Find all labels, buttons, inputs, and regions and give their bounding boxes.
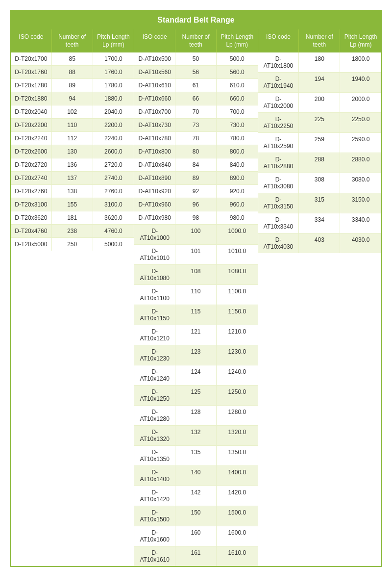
data-cell-1-23-2: 1320.0 — [217, 426, 258, 445]
table-row: D-AT10x80080800.0 — [134, 145, 257, 158]
data-cell-1-29-2: 1610.0 — [217, 546, 258, 566]
table-row: D-AT10x31503153150.0 — [258, 193, 381, 213]
table-row: D-T20x36201813620.0 — [11, 211, 134, 225]
table-row: D-T20x47602384760.0 — [11, 225, 134, 238]
data-cell-0-8-2: 2720.0 — [93, 158, 134, 171]
table-row: D-AT10x50050500.0 — [134, 52, 257, 66]
data-cell-1-0-0: D-AT10x500 — [134, 52, 175, 65]
table-row: D-AT10x16001601600.0 — [134, 526, 257, 546]
data-cell-1-4-2: 700.0 — [217, 105, 258, 118]
data-cell-0-2-2: 1780.0 — [93, 79, 134, 92]
data-cell-1-6-2: 780.0 — [217, 132, 258, 145]
data-cell-1-25-1: 140 — [175, 466, 217, 486]
table-row: D-AT10x13501351350.0 — [134, 446, 257, 466]
data-cell-1-23-0: D-AT10x1320 — [134, 426, 175, 445]
data-cell-0-12-1: 181 — [52, 211, 93, 224]
data-cell-1-2-2: 610.0 — [217, 79, 258, 92]
data-cell-1-29-1: 161 — [175, 546, 217, 566]
data-cell-2-6-2: 3080.0 — [340, 173, 381, 193]
data-cell-1-13-2: 1000.0 — [217, 225, 258, 244]
data-cell-1-12-1: 98 — [175, 211, 217, 224]
data-cell-1-4-1: 70 — [175, 105, 217, 118]
table-row: D-AT10x12301231230.0 — [134, 345, 257, 365]
table-row: D-AT10x28802882880.0 — [258, 153, 381, 173]
data-cell-2-5-1: 288 — [299, 153, 340, 173]
table-row: D-AT10x89089890.0 — [134, 172, 257, 185]
data-cell-0-11-1: 155 — [52, 198, 93, 211]
data-cell-2-6-0: D-AT10x3080 — [258, 173, 299, 193]
data-cell-1-13-1: 100 — [175, 225, 217, 244]
data-cell-2-2-2: 2000.0 — [340, 93, 381, 112]
table-row: D-AT10x20002002000.0 — [258, 93, 381, 113]
data-cell-0-1-1: 88 — [52, 66, 93, 78]
table-row: D-AT10x18001801800.0 — [258, 52, 381, 73]
data-cell-0-3-0: D-T20x1880 — [11, 92, 52, 105]
data-cell-1-1-1: 56 — [175, 66, 217, 78]
data-cell-1-10-0: D-AT10x920 — [134, 185, 175, 198]
table-row: D-T20x1760881760.0 — [11, 66, 134, 79]
data-cell-2-9-2: 4030.0 — [340, 233, 381, 253]
data-cell-1-17-1: 115 — [175, 305, 217, 325]
data-cell-1-7-2: 800.0 — [217, 145, 258, 158]
data-cell-2-4-0: D-AT10x2590 — [258, 133, 299, 153]
data-cell-2-4-2: 2590.0 — [340, 133, 381, 153]
table-row: D-AT10x14201421420.0 — [134, 486, 257, 506]
data-cell-1-6-0: D-AT10x780 — [134, 132, 175, 145]
data-cell-1-5-2: 730.0 — [217, 119, 258, 131]
main-table: Standard Belt Range ISO codeNumber of te… — [10, 10, 382, 567]
col-header-cell-0-0: ISO code — [11, 29, 52, 52]
data-cell-0-2-0: D-T20x1780 — [11, 79, 52, 92]
table-row: D-AT10x19401941940.0 — [258, 73, 381, 93]
data-cell-1-0-1: 50 — [175, 52, 217, 65]
data-cell-2-3-2: 2250.0 — [340, 113, 381, 132]
table-row: D-AT10x33403343340.0 — [258, 213, 381, 233]
data-cell-0-7-2: 2600.0 — [93, 145, 134, 158]
data-cell-0-2-1: 89 — [52, 79, 93, 92]
data-cell-1-19-2: 1230.0 — [217, 345, 258, 365]
table-row: D-AT10x78078780.0 — [134, 132, 257, 145]
data-cell-1-27-2: 1500.0 — [217, 506, 258, 526]
data-cell-0-13-1: 238 — [52, 225, 93, 237]
data-cell-0-0-2: 1700.0 — [93, 52, 134, 65]
data-cell-0-4-1: 102 — [52, 105, 93, 118]
data-cell-0-11-0: D-T20x3100 — [11, 198, 52, 211]
table-row: D-AT10x92092920.0 — [134, 185, 257, 198]
data-cell-1-12-2: 980.0 — [217, 211, 258, 224]
data-cell-2-4-1: 259 — [299, 133, 340, 153]
data-cell-0-7-0: D-T20x2600 — [11, 145, 52, 158]
table-row: D-AT10x61061610.0 — [134, 79, 257, 92]
data-cell-0-4-2: 2040.0 — [93, 105, 134, 118]
data-cell-1-8-1: 84 — [175, 158, 217, 171]
data-cell-0-12-0: D-T20x3620 — [11, 211, 52, 224]
data-cell-0-13-2: 4760.0 — [93, 225, 134, 237]
data-cell-1-23-1: 132 — [175, 426, 217, 445]
table-row: D-T20x27401372740.0 — [11, 172, 134, 185]
table-row: D-T20x22001102200.0 — [11, 119, 134, 132]
col-header-cell-1-1: Number of teeth — [175, 29, 217, 52]
table-row: D-AT10x22502252250.0 — [258, 113, 381, 133]
data-cell-0-9-0: D-T20x2740 — [11, 172, 52, 184]
data-cell-2-0-1: 180 — [299, 52, 340, 72]
table-row: D-T20x50002505000.0 — [11, 238, 134, 251]
data-cell-0-3-1: 94 — [52, 92, 93, 105]
data-cell-1-10-1: 92 — [175, 185, 217, 198]
col-header-cell-2-1: Number of teeth — [299, 29, 340, 52]
data-cell-1-17-2: 1150.0 — [217, 305, 258, 325]
col-header-cell-0-1: Number of teeth — [52, 29, 93, 52]
data-cell-1-21-0: D-AT10x1250 — [134, 386, 175, 405]
table-row: D-AT10x84084840.0 — [134, 158, 257, 172]
data-cell-1-2-0: D-AT10x610 — [134, 79, 175, 92]
data-cell-1-14-0: D-AT10x1010 — [134, 245, 175, 264]
columns-container: ISO codeNumber of teethPitch Length Lp (… — [11, 29, 381, 566]
data-cell-1-15-1: 108 — [175, 265, 217, 284]
col-header-2: ISO codeNumber of teethPitch Length Lp (… — [258, 29, 381, 52]
data-cell-2-2-1: 200 — [299, 93, 340, 112]
data-cell-1-20-2: 1240.0 — [217, 365, 258, 385]
data-cell-1-9-2: 890.0 — [217, 172, 258, 184]
data-cell-1-17-0: D-AT10x1150 — [134, 305, 175, 325]
data-cell-2-7-0: D-AT10x3150 — [258, 193, 299, 213]
data-cell-0-1-0: D-T20x1760 — [11, 66, 52, 78]
data-cell-0-3-2: 1880.0 — [93, 92, 134, 105]
data-cell-1-9-0: D-AT10x890 — [134, 172, 175, 184]
table-row: D-AT10x66066660.0 — [134, 92, 257, 105]
